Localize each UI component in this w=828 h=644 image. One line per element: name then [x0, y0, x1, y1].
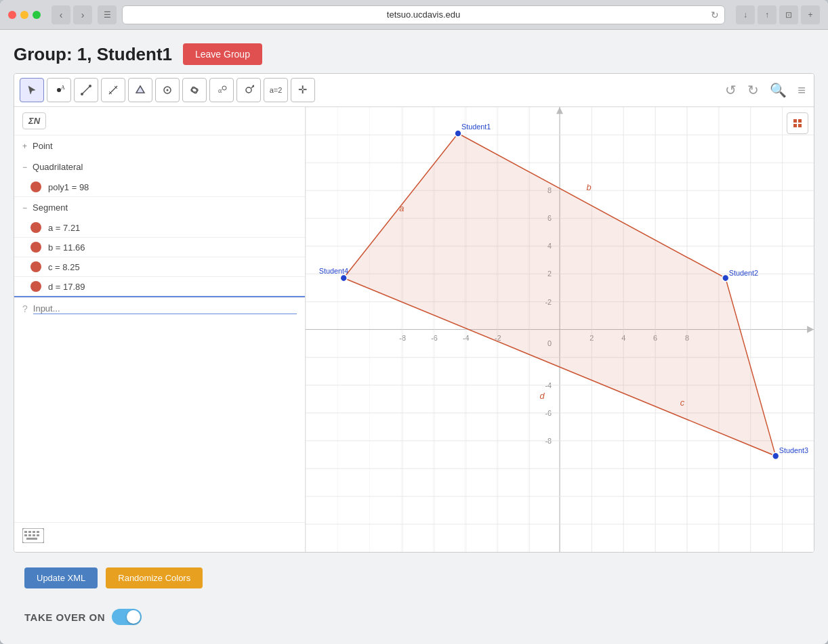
svg-point-15 [222, 86, 226, 90]
maximize-btn[interactable] [33, 11, 41, 19]
seg-c-label: c [680, 398, 685, 408]
fullscreen-button[interactable]: ⊡ [779, 5, 798, 24]
new-tab-button[interactable]: + [801, 5, 820, 24]
svg-rect-29 [26, 538, 37, 540]
download-button[interactable]: ↓ [736, 5, 755, 24]
seg-c-label: c = 8.25 [48, 262, 80, 272]
poly1-row[interactable]: poly1 = 98 [14, 177, 305, 197]
seg-a-label: a = 7.21 [48, 223, 80, 233]
seg-a-icon [30, 222, 41, 233]
take-over-row: TAKE OVER ON [14, 603, 814, 630]
menu-button[interactable]: ≡ [795, 80, 808, 101]
bottom-bar: Update XML Randomize Colors [14, 561, 814, 595]
share-button[interactable]: ↑ [758, 5, 777, 24]
svg-rect-22 [28, 531, 31, 533]
svg-rect-25 [24, 534, 27, 536]
svg-marker-9 [136, 86, 144, 93]
student2-point [722, 274, 729, 281]
graph-right-toolbar [787, 112, 808, 134]
quadrilateral-section-label: Quadrilateral [33, 162, 83, 172]
point-tool[interactable]: A [47, 78, 71, 102]
svg-point-13 [191, 86, 198, 94]
back-button[interactable]: ‹ [51, 5, 70, 24]
line-tool[interactable] [74, 78, 98, 102]
address-bar[interactable]: tetsuo.ucdavis.edu ↻ [122, 5, 725, 24]
update-xml-button[interactable]: Update XML [24, 567, 98, 588]
equals-tool[interactable]: a=2 [264, 78, 288, 102]
quad-collapse-icon: − [22, 163, 27, 172]
reading-mode-button[interactable]: ☰ [98, 5, 117, 24]
move-tool[interactable]: ✛ [291, 78, 315, 102]
forward-button[interactable]: › [73, 5, 92, 24]
search-button[interactable]: 🔍 [767, 79, 789, 101]
toggle-knob [127, 610, 140, 624]
segment-section-header[interactable]: − Segment [14, 197, 305, 218]
seg-b-label: b = 11.66 [48, 242, 85, 253]
svg-rect-23 [33, 531, 35, 533]
list-view-button[interactable] [787, 112, 808, 134]
svg-rect-24 [37, 531, 39, 533]
redo-button[interactable]: ↻ [745, 79, 762, 101]
segment-a-row[interactable]: a = 7.21 [14, 218, 305, 238]
point-collapse-icon: + [22, 142, 27, 151]
point-section-label: Point [33, 141, 53, 151]
point-section-header[interactable]: + Point [14, 135, 305, 156]
polygon-tool[interactable] [128, 78, 152, 102]
svg-rect-30 [793, 119, 797, 123]
svg-line-2 [82, 86, 90, 94]
svg-point-3 [81, 93, 83, 95]
seg-d-label: d [539, 391, 545, 401]
svg-rect-33 [798, 124, 802, 127]
conic-tool[interactable] [182, 78, 207, 102]
student1-label: Student1 [461, 123, 491, 131]
student1-point [455, 130, 461, 137]
seg-collapse-icon: − [22, 203, 27, 213]
segment-tool[interactable] [101, 78, 125, 102]
algebra-label: ΣN [28, 116, 40, 126]
svg-rect-26 [28, 534, 31, 536]
alpha-tool[interactable]: α [209, 78, 234, 102]
svg-rect-28 [37, 534, 39, 536]
student3-label: Student3 [779, 446, 808, 454]
close-btn[interactable] [8, 11, 16, 19]
randomize-colors-button[interactable]: Randomize Colors [106, 567, 203, 588]
coordinate-graph: -8 -6 -4 -2 2 4 6 8 2 4 6 8 -2 [306, 107, 814, 552]
refresh-icon[interactable]: ↻ [711, 9, 719, 20]
take-over-toggle[interactable] [112, 609, 142, 625]
segment-b-row[interactable]: b = 11.66 [14, 238, 305, 257]
svg-text:A: A [61, 85, 64, 91]
undo-button[interactable]: ↺ [722, 79, 739, 101]
svg-text:α: α [218, 87, 222, 94]
student4-label: Student4 [319, 267, 348, 275]
svg-point-4 [89, 85, 91, 87]
segment-c-row[interactable]: c = 8.25 [14, 257, 305, 277]
equals-label: a=2 [270, 86, 283, 94]
algebra-sidebar: ΣN + Point − Quadrilateral [14, 107, 306, 552]
algebra-input[interactable] [33, 303, 297, 314]
seg-a-label: a [399, 203, 404, 213]
student3-point [772, 452, 779, 459]
poly1-icon [30, 181, 41, 192]
graph-area[interactable]: -8 -6 -4 -2 2 4 6 8 2 4 6 8 -2 [306, 107, 814, 552]
input-help-icon: ? [22, 303, 28, 314]
algebra-button[interactable]: ΣN [22, 112, 46, 129]
seg-b-label: b [586, 182, 591, 192]
toolbar: A [14, 74, 814, 107]
keyboard-button[interactable] [22, 528, 44, 546]
seg-c-icon [30, 261, 41, 272]
svg-rect-21 [24, 531, 27, 533]
poly1-label: poly1 = 98 [48, 182, 89, 192]
minimize-btn[interactable] [20, 11, 28, 19]
segment-section-label: Segment [33, 202, 68, 213]
circle-tool[interactable] [155, 78, 180, 102]
leave-group-button[interactable]: Leave Group [183, 43, 262, 65]
seg-d-label: d = 17.89 [48, 282, 85, 292]
seg-d-icon [30, 281, 41, 292]
dotline-tool[interactable] [236, 78, 261, 102]
seg-b-icon [30, 242, 41, 253]
url-text: tetsuo.ucdavis.edu [387, 9, 460, 20]
page-title: Group: 1, Student1 [14, 44, 172, 65]
select-tool[interactable] [20, 78, 44, 102]
quadrilateral-section-header[interactable]: − Quadrilateral [14, 156, 305, 177]
segment-d-row[interactable]: d = 17.89 [14, 277, 305, 297]
